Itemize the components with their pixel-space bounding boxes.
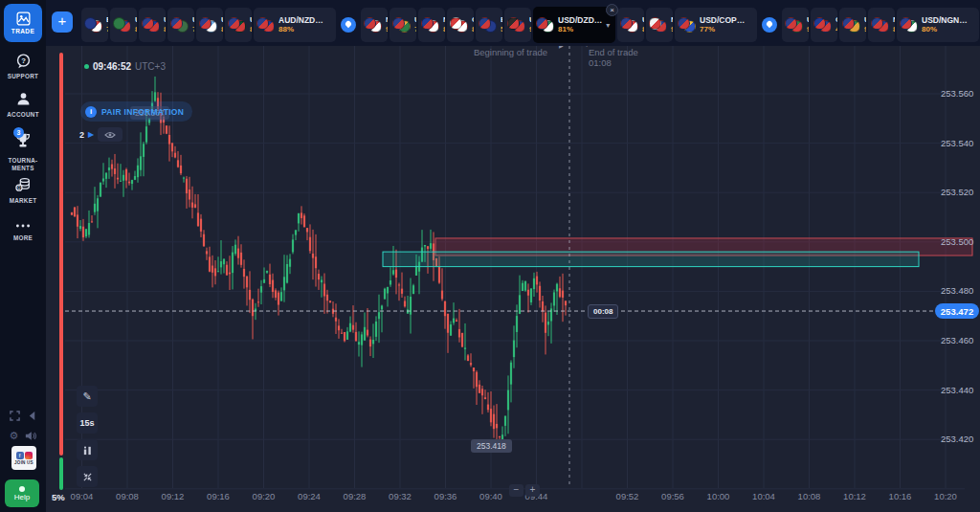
asset-tab[interactable]: USD/COP…77% xyxy=(675,8,757,42)
asset-tab[interactable]: AUD/NZD…88% xyxy=(254,8,336,42)
gear-icon[interactable]: ⚙ xyxy=(10,430,19,442)
sidebar-item-account[interactable]: ACCOUNT xyxy=(0,91,46,119)
currency-flags-icon xyxy=(450,17,469,33)
asset-tab-payout: 84 xyxy=(164,25,166,34)
asset-tab[interactable]: US78 xyxy=(390,8,416,42)
asset-tab-label: US xyxy=(807,15,809,25)
asset-tab-label: US xyxy=(414,15,416,25)
zoom-out-button[interactable]: − xyxy=(509,484,523,497)
sidebar-item-market[interactable]: 0 MARKET xyxy=(0,176,46,205)
asset-tab-label: EU xyxy=(501,15,502,25)
asset-tab-payout: 84 xyxy=(893,25,895,34)
currency-flags-icon xyxy=(170,17,189,33)
asset-tab-payout: 80% xyxy=(922,25,968,34)
asset-tab[interactable]: USD/NGN…80% xyxy=(897,8,979,42)
instagram-icon xyxy=(25,452,33,459)
sentiment-bar-buy xyxy=(59,457,63,490)
currency-flags-icon xyxy=(113,17,132,33)
x-axis-label: 09:32 xyxy=(383,491,417,501)
info-icon: i xyxy=(85,106,97,118)
current-price-pill: 253.472 xyxy=(935,303,979,319)
help-status-dot xyxy=(19,486,25,492)
pair-information-button[interactable]: i PAIR INFORMATION xyxy=(80,101,192,122)
sidebar-item-more[interactable]: MORE xyxy=(0,221,46,242)
currency-flags-icon xyxy=(142,17,161,33)
zoom-in-button[interactable]: + xyxy=(525,484,540,497)
view-controls xyxy=(0,411,46,421)
asset-tab[interactable]: NZ93 xyxy=(646,8,673,42)
asset-tab[interactable]: NZ84 xyxy=(868,8,895,42)
x-axis-label: 10:16 xyxy=(883,491,918,501)
currency-flags-icon xyxy=(785,17,804,33)
x-axis-label: 10:04 xyxy=(746,491,781,501)
currency-flags-icon xyxy=(228,17,247,33)
back-arrow-icon[interactable] xyxy=(27,411,37,421)
close-tab-button[interactable]: × xyxy=(606,4,618,16)
sentiment-down-label: 5% xyxy=(52,492,65,502)
settings-controls: ⚙ xyxy=(0,430,46,442)
x-axis-label: 09:28 xyxy=(338,491,372,501)
y-axis-label: 253.500 xyxy=(941,236,979,247)
asset-tab-label: NZ xyxy=(671,15,673,25)
speaker-icon[interactable] xyxy=(25,431,36,441)
asset-tab-payout: 77% xyxy=(700,25,745,34)
indicators-button[interactable] xyxy=(77,439,98,460)
asset-tab-payout: 93 xyxy=(386,25,388,34)
join-us-button[interactable]: f JOIN US xyxy=(11,446,36,470)
chart-pane: 95% 5% 09:46:52 UTC+3 253.567 i PAIR INF… xyxy=(46,46,980,512)
asset-tab[interactable]: CA81 xyxy=(447,8,474,42)
asset-tab-active[interactable]: USD/DZD…81%▾× xyxy=(533,7,615,43)
drawings-count: 2 xyxy=(79,130,84,140)
pin-icon[interactable] xyxy=(762,17,777,33)
asset-tab[interactable]: US92 xyxy=(504,8,531,42)
asset-tab[interactable]: US91 xyxy=(839,8,866,42)
sidebar-item-support[interactable]: ? SUPPORT xyxy=(0,53,46,80)
asset-tab[interactable]: NZ93 xyxy=(361,8,388,42)
asset-tab-label: US xyxy=(864,15,866,25)
currency-flags-icon xyxy=(256,17,276,33)
x-axis-label: 09:08 xyxy=(110,491,145,501)
asset-tab[interactable]: US88 xyxy=(225,8,252,42)
help-button[interactable]: Help xyxy=(5,479,39,507)
play-icon[interactable]: ▶ xyxy=(88,130,94,139)
eye-icon xyxy=(104,131,116,139)
asset-tabs-bar: + EU77US85US84US77US87US88AUD/NZD…88%NZ9… xyxy=(46,0,980,46)
toggle-visibility-button[interactable] xyxy=(98,127,122,142)
asset-tab-payout: 78 xyxy=(414,25,416,34)
y-axis-label: 253.560 xyxy=(941,88,979,99)
asset-tab[interactable]: US86 xyxy=(617,8,644,42)
asset-tab[interactable]: US87 xyxy=(196,8,223,42)
fullscreen-icon[interactable] xyxy=(10,411,20,421)
asset-tab[interactable]: US84 xyxy=(139,8,166,42)
collapse-chart-button[interactable] xyxy=(77,466,98,487)
asset-tab[interactable]: EU51 xyxy=(476,8,502,42)
asset-tab[interactable]: US90 xyxy=(782,8,809,42)
x-axis-label: 09:12 xyxy=(156,491,190,501)
x-axis-label: 09:36 xyxy=(429,491,463,501)
asset-tab-payout: 90 xyxy=(807,25,809,34)
drawing-tools-button[interactable]: ✎ xyxy=(77,386,98,407)
sidebar-item-tournaments[interactable]: 3 TOURNA- MENTS xyxy=(0,132,46,172)
asset-tab[interactable]: NZ82 xyxy=(418,8,445,42)
asset-tab-strip: EU77US85US84US77US87US88AUD/NZD…88%NZ93U… xyxy=(81,6,980,44)
asset-tab-label: US xyxy=(192,15,194,25)
asset-tab-label: GB xyxy=(835,15,837,25)
support-zone[interactable] xyxy=(383,252,919,266)
y-axis-label: 253.540 xyxy=(941,138,979,148)
asset-tab[interactable]: US77 xyxy=(167,8,194,42)
asset-tab-label: NZ xyxy=(386,15,388,25)
add-asset-button[interactable]: + xyxy=(52,11,73,33)
collapse-arrows-icon xyxy=(82,472,93,482)
chevron-down-icon[interactable]: ▾ xyxy=(606,21,610,30)
trade-button[interactable]: TRADE xyxy=(4,4,42,42)
x-axis-label: 10:00 xyxy=(702,491,736,501)
coins-icon: 0 xyxy=(14,176,32,193)
asset-tab[interactable]: US85 xyxy=(110,8,137,42)
pin-icon[interactable] xyxy=(341,17,356,33)
timeframe-button[interactable]: 15s xyxy=(77,412,98,434)
x-axis-label: 09:20 xyxy=(247,491,281,501)
asset-tab[interactable]: EU77 xyxy=(81,8,108,42)
trade-label: TRADE xyxy=(11,28,34,34)
asset-tab[interactable]: GB41 xyxy=(811,8,837,42)
y-axis-label: 253.460 xyxy=(941,335,979,345)
